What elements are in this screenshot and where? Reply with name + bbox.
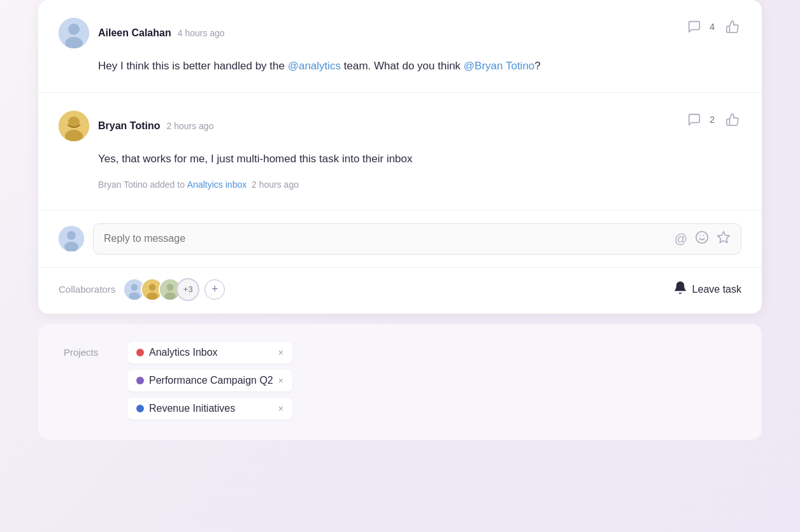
comment-1-body: Hey I think this is better handled by th… (98, 57, 741, 74)
reply-section: @ (38, 211, 762, 268)
project-dot-revenue (136, 405, 144, 412)
svg-point-18 (146, 292, 158, 300)
comment-1-author: Aileen Calahan (98, 27, 171, 39)
collaborators-left: Collaborators (59, 278, 225, 301)
star-icon[interactable] (717, 230, 731, 248)
collab-more: +3 (176, 278, 199, 301)
comment-2-body: Yes, that works for me, I just multi-hom… (98, 150, 741, 192)
comment-1-like-icon[interactable] (724, 18, 741, 36)
project-name-performance: Performance Campaign Q2 (149, 375, 273, 386)
added-to-prefix: Bryan Totino added to (98, 179, 187, 190)
added-to-time: 2 hours ago (252, 179, 299, 190)
bell-icon (673, 281, 687, 298)
emoji-icon[interactable] (695, 230, 709, 248)
comment-1-meta: Aileen Calahan 4 hours ago (98, 27, 225, 39)
svg-point-7 (67, 231, 76, 240)
projects-label: Projects (64, 342, 115, 358)
comment-1-text-1: Hey I think this is better handled by th… (98, 60, 288, 72)
add-collaborator-button[interactable]: + (204, 279, 225, 300)
comment-1-mention-bryan[interactable]: @Bryan Totino (464, 60, 534, 72)
collaborators-label: Collaborators (59, 284, 115, 295)
projects-section: Projects Analytics Inbox × Performance C… (38, 324, 762, 440)
project-tag-analytics: Analytics Inbox × (127, 342, 292, 363)
comment-2-time: 2 hours ago (166, 121, 213, 131)
avatar-reply (59, 226, 84, 251)
reply-icons: @ (675, 230, 731, 248)
comment-2-text: Yes, that works for me, I just multi-hom… (98, 153, 413, 165)
svg-marker-12 (718, 232, 729, 242)
svg-point-14 (131, 284, 138, 291)
project-tag-performance: Performance Campaign Q2 × (127, 370, 292, 391)
comment-2: Bryan Totino 2 hours ago Yes, that works… (38, 93, 762, 211)
comment-1-reply-count: 4 (710, 22, 715, 32)
projects-tags: Analytics Inbox × Performance Campaign Q… (127, 342, 292, 419)
svg-point-1 (68, 24, 80, 35)
added-to-link[interactable]: Analtyics inbox (187, 179, 246, 190)
comment-1-text-3: ? (534, 60, 540, 72)
comment-2-actions: 2 (685, 111, 741, 129)
project-close-performance[interactable]: × (278, 375, 283, 386)
main-container: Aileen Calahan 4 hours ago Hey I think t… (0, 0, 800, 532)
svg-point-17 (149, 284, 156, 291)
comment-1-text-2: team. What do you think (341, 60, 464, 72)
comment-2-author: Bryan Totino (98, 120, 160, 132)
svg-point-21 (164, 292, 176, 300)
comment-2-reply-count: 2 (710, 115, 715, 125)
project-dot-analytics (136, 349, 144, 356)
comments-panel: Aileen Calahan 4 hours ago Hey I think t… (38, 0, 762, 314)
project-close-revenue[interactable]: × (278, 403, 283, 414)
collaborators-avatars: +3 + (123, 278, 225, 301)
svg-point-15 (129, 292, 140, 300)
reply-input-wrapper[interactable]: @ (93, 223, 741, 255)
avatar-bryan (59, 111, 89, 141)
comment-2-meta: Bryan Totino 2 hours ago (98, 120, 213, 132)
leave-task-button[interactable]: Leave task (673, 281, 741, 298)
project-close-analytics[interactable]: × (278, 347, 283, 358)
comment-1-mention-analytics[interactable]: @analytics (288, 60, 341, 72)
project-dot-performance (136, 377, 144, 384)
collaborators-section: Collaborators (38, 268, 762, 314)
project-name-analytics: Analytics Inbox (149, 347, 218, 358)
svg-point-20 (167, 284, 174, 291)
comment-2-header: Bryan Totino 2 hours ago (59, 111, 741, 141)
svg-point-9 (696, 232, 708, 243)
comment-1-reply-icon[interactable] (685, 18, 703, 36)
at-icon[interactable]: @ (675, 232, 687, 246)
comment-2-reply-icon[interactable] (685, 111, 703, 129)
avatar-aileen (59, 18, 89, 48)
projects-row: Projects Analytics Inbox × Performance C… (64, 342, 736, 419)
comment-1: Aileen Calahan 4 hours ago Hey I think t… (38, 0, 762, 93)
comment-2-like-icon[interactable] (724, 111, 741, 129)
comment-1-time: 4 hours ago (178, 28, 225, 38)
reply-input[interactable] (104, 233, 675, 244)
project-tag-revenue: Revenue Initiatives × (127, 398, 292, 419)
comment-1-header: Aileen Calahan 4 hours ago (59, 18, 741, 48)
comment-2-added-to: Bryan Totino added to Analtyics inbox 2 … (98, 178, 741, 192)
leave-task-label: Leave task (692, 284, 741, 295)
project-name-revenue: Revenue Initiatives (149, 403, 235, 414)
comment-1-actions: 4 (685, 18, 741, 36)
